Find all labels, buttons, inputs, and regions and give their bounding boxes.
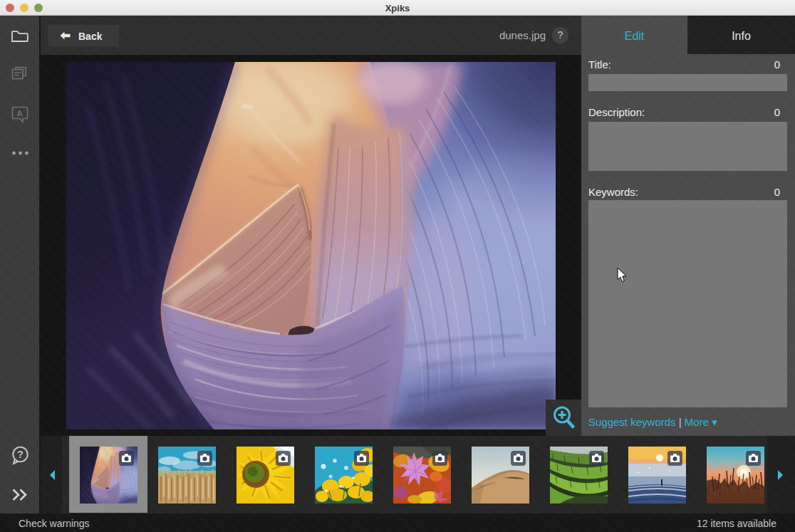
- svg-text:?: ?: [17, 449, 24, 460]
- svg-text:A: A: [17, 109, 23, 118]
